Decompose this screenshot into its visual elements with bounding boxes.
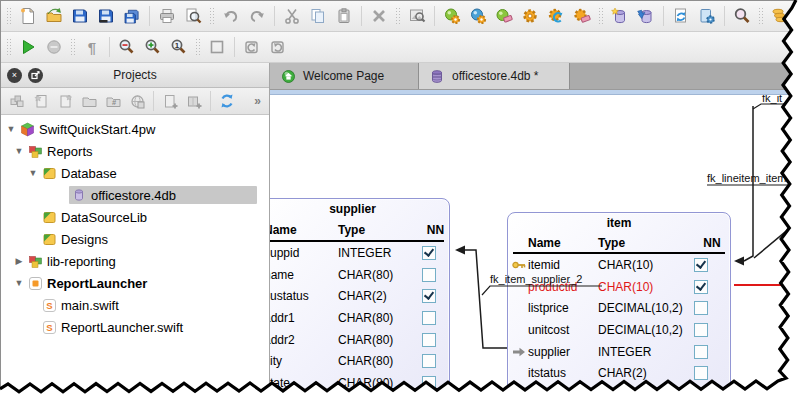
tree-item-reports[interactable]: ▼Reports: [1, 140, 269, 162]
expander-icon[interactable]: ▼: [5, 124, 17, 134]
zoom-actual-icon[interactable]: 1: [166, 35, 192, 59]
relation-line-lineitem-item[interactable]: [744, 106, 753, 261]
nn-checkbox[interactable]: [694, 301, 708, 315]
preview-image-icon[interactable]: [404, 4, 430, 28]
nn-checkbox[interactable]: [422, 376, 436, 390]
relation-line-diagonal[interactable]: [754, 213, 807, 258]
save-all-icon[interactable]: [119, 4, 145, 28]
table-row[interactable]: unitcostDECIMAL(10,2): [508, 319, 730, 341]
table-row[interactable]: attr1CHAR(80): [508, 384, 730, 402]
nn-checkbox[interactable]: [422, 333, 436, 347]
delete-icon[interactable]: [366, 4, 392, 28]
add-file-icon[interactable]: [158, 89, 182, 113]
table-row[interactable]: cityCHAR(80): [270, 350, 449, 372]
search-icon[interactable]: [729, 4, 755, 28]
detach-panel-button[interactable]: [28, 68, 43, 83]
nn-checkbox[interactable]: [422, 354, 436, 368]
nn-checkbox[interactable]: [694, 366, 708, 380]
expander-icon[interactable]: ▶: [13, 256, 25, 266]
undo-icon[interactable]: [218, 4, 244, 28]
shape-square-icon[interactable]: [204, 35, 230, 59]
nn-checkbox[interactable]: [422, 246, 436, 260]
nn-checkbox[interactable]: [694, 280, 708, 294]
table-row[interactable]: addr1CHAR(80): [270, 307, 449, 329]
home-globe-icon[interactable]: [793, 4, 807, 28]
build-blue-ball-icon[interactable]: [465, 4, 491, 28]
copy-icon[interactable]: [305, 4, 331, 28]
stop-icon[interactable]: [41, 35, 67, 59]
paste-icon[interactable]: [331, 4, 357, 28]
tab-welcome-page[interactable]: Welcome Page: [270, 63, 419, 89]
tree-item-lib-reporting[interactable]: ▶lib-reporting: [1, 250, 269, 272]
run-icon[interactable]: [15, 35, 41, 59]
clean-ball-eraser-icon[interactable]: [491, 4, 517, 28]
tree-item-reportlauncher-swift[interactable]: SReportLauncher.swift: [1, 316, 269, 338]
tree-item-main-swift[interactable]: Smain.swift: [1, 294, 269, 316]
schema-diagram-canvas[interactable]: supplier Name Type NN suppidINTEGER name…: [270, 95, 807, 402]
database-import-icon[interactable]: [633, 4, 659, 28]
tab-officestore[interactable]: officestore.4db *: [419, 63, 570, 89]
print-preview-icon[interactable]: [180, 4, 206, 28]
relation-label-lineitem-item[interactable]: fk_lineitem_item: [707, 172, 786, 184]
expander-icon[interactable]: ▼: [27, 168, 39, 178]
nn-checkbox[interactable]: [694, 388, 708, 402]
window-next-icon[interactable]: [265, 35, 291, 59]
save-icon[interactable]: [67, 4, 93, 28]
table-row[interactable]: stateCHAR(80): [270, 372, 449, 394]
working-set-icon[interactable]: #: [101, 89, 125, 113]
redo-icon[interactable]: [244, 4, 270, 28]
zoom-out-icon[interactable]: [114, 35, 140, 59]
refresh-document-icon[interactable]: [668, 4, 694, 28]
open-folder-icon[interactable]: [41, 4, 67, 28]
toolbar-drag-handle[interactable]: [6, 38, 12, 56]
new-document-icon[interactable]: [15, 4, 41, 28]
tree-item-reportlauncher[interactable]: ▼ReportLauncher: [1, 272, 269, 294]
database-settings-icon[interactable]: [694, 4, 720, 28]
compile-gear-swirl-icon[interactable]: [543, 4, 569, 28]
coins-icon[interactable]: [767, 4, 793, 28]
deploy-package-icon[interactable]: [125, 89, 149, 113]
tree-item-datasourcelib[interactable]: DataSourceLib: [1, 206, 269, 228]
toolbar-drag-handle[interactable]: [6, 7, 12, 25]
table-row[interactable]: productidCHAR(10): [508, 276, 730, 298]
table-row[interactable]: listpriceDECIMAL(10,2): [508, 297, 730, 319]
add-package-icon[interactable]: [182, 89, 206, 113]
settings-gear-icon[interactable]: [517, 4, 543, 28]
tree-item-database[interactable]: ▼Database: [1, 162, 269, 184]
formatting-marks-icon[interactable]: ¶: [79, 35, 105, 59]
table-row[interactable]: supplierINTEGER: [508, 341, 730, 363]
tree-item-designs[interactable]: Designs: [1, 228, 269, 250]
save-as-icon[interactable]: [93, 4, 119, 28]
relation-label-top-partial[interactable]: fk_it: [762, 95, 782, 104]
folder-icon[interactable]: [77, 89, 101, 113]
zoom-in-icon[interactable]: [140, 35, 166, 59]
toolbar-overflow-button[interactable]: »: [254, 94, 261, 108]
expander-icon[interactable]: ▼: [13, 146, 25, 156]
nn-checkbox[interactable]: [694, 323, 708, 337]
build-green-ball-icon[interactable]: [439, 4, 465, 28]
window-previous-icon[interactable]: [239, 35, 265, 59]
table-row[interactable]: nameCHAR(80): [270, 264, 449, 286]
clean-gear-eraser-icon[interactable]: [569, 4, 595, 28]
nn-checkbox[interactable]: [422, 289, 436, 303]
tree-item-officestore[interactable]: officestore.4db: [1, 184, 269, 206]
close-panel-button[interactable]: ×: [7, 68, 22, 83]
nn-checkbox[interactable]: [422, 311, 436, 325]
table-row[interactable]: suppidINTEGER: [270, 242, 449, 264]
table-row[interactable]: itemidCHAR(10): [508, 254, 730, 276]
table-supplier[interactable]: supplier Name Type NN suppidINTEGER name…: [270, 198, 450, 402]
relation-line-item-supplier[interactable]: [464, 250, 507, 348]
table-row[interactable]: itstatusCHAR(2): [508, 362, 730, 384]
nn-checkbox[interactable]: [694, 345, 708, 359]
table-row[interactable]: addr2CHAR(80): [270, 329, 449, 351]
new-wizard-icon[interactable]: [53, 89, 77, 113]
table-item[interactable]: item Name Type NN itemidCHAR(10) product…: [507, 212, 731, 402]
sync-icon[interactable]: [215, 89, 239, 113]
print-icon[interactable]: [154, 4, 180, 28]
database-new-icon[interactable]: [607, 4, 633, 28]
new-file-icon[interactable]: [29, 89, 53, 113]
nn-checkbox[interactable]: [694, 258, 708, 272]
tree-item-project[interactable]: ▼SwiftQuickStart.4pw: [1, 118, 269, 140]
table-row[interactable]: sustatusCHAR(2): [270, 285, 449, 307]
expander-icon[interactable]: ▼: [13, 278, 25, 288]
